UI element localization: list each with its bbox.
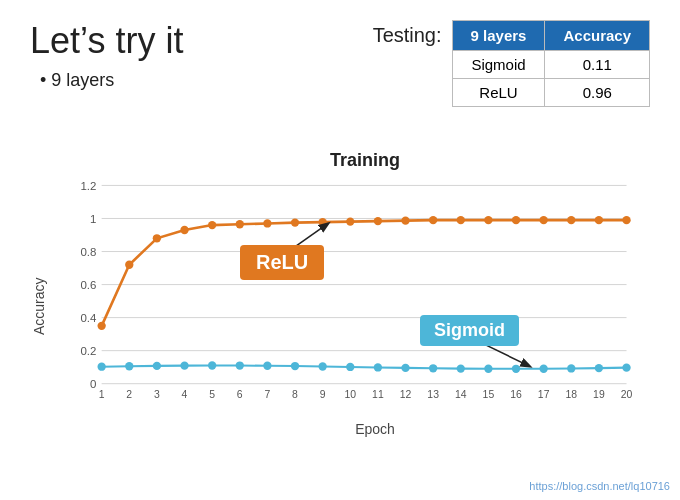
relu-annotation: ReLU: [240, 245, 324, 280]
svg-point-61: [291, 362, 299, 370]
svg-point-47: [457, 216, 465, 224]
svg-text:13: 13: [427, 389, 439, 400]
svg-point-45: [401, 216, 409, 224]
svg-point-63: [346, 363, 354, 371]
table-cell-name: Sigmoid: [452, 51, 545, 79]
svg-point-65: [401, 364, 409, 372]
svg-point-51: [567, 216, 575, 224]
svg-point-59: [236, 361, 244, 369]
svg-point-54: [97, 363, 105, 371]
testing-section: Testing: 9 layers Accuracy Sigmoid0.11Re…: [373, 20, 650, 107]
svg-text:12: 12: [400, 389, 412, 400]
svg-point-39: [236, 220, 244, 228]
svg-text:6: 6: [237, 389, 243, 400]
svg-text:1.2: 1.2: [80, 180, 96, 192]
svg-point-49: [512, 216, 520, 224]
svg-text:7: 7: [265, 389, 271, 400]
svg-text:3: 3: [154, 389, 160, 400]
svg-point-72: [595, 364, 603, 372]
svg-point-44: [374, 217, 382, 225]
svg-point-66: [429, 364, 437, 372]
chart-svg: 00.20.40.60.811.212345678910111213141516…: [50, 175, 650, 415]
svg-text:9: 9: [320, 389, 326, 400]
testing-label: Testing:: [373, 20, 442, 47]
svg-point-52: [595, 216, 603, 224]
svg-point-58: [208, 361, 216, 369]
svg-text:18: 18: [565, 389, 577, 400]
svg-point-34: [97, 322, 105, 330]
svg-point-68: [484, 365, 492, 373]
svg-point-53: [622, 216, 630, 224]
svg-text:1: 1: [99, 389, 105, 400]
svg-point-37: [180, 226, 188, 234]
svg-text:17: 17: [538, 389, 550, 400]
svg-text:8: 8: [292, 389, 298, 400]
table-cell-name: ReLU: [452, 79, 545, 107]
chart-svg-wrapper: 00.20.40.60.811.212345678910111213141516…: [50, 175, 650, 437]
svg-text:2: 2: [126, 389, 132, 400]
svg-text:1: 1: [90, 213, 96, 225]
svg-point-60: [263, 362, 271, 370]
svg-text:11: 11: [372, 389, 384, 400]
x-axis-label: Epoch: [100, 421, 650, 437]
table-header-accuracy: Accuracy: [545, 21, 650, 51]
watermark: https://blog.csdn.net/lq10716: [529, 480, 670, 492]
svg-point-38: [208, 221, 216, 229]
svg-point-43: [346, 217, 354, 225]
table-header-layers: 9 layers: [452, 21, 545, 51]
chart-area: Training Accuracy 00.20.40.60.811.212345…: [30, 150, 650, 450]
table-row: Sigmoid0.11: [452, 51, 649, 79]
accuracy-table: 9 layers Accuracy Sigmoid0.11ReLU0.96: [452, 20, 650, 107]
svg-point-69: [512, 365, 520, 373]
y-axis-label: Accuracy: [30, 175, 48, 437]
svg-point-41: [291, 218, 299, 226]
svg-point-56: [153, 362, 161, 370]
svg-text:14: 14: [455, 389, 467, 400]
svg-point-48: [484, 216, 492, 224]
svg-text:0.2: 0.2: [80, 345, 96, 357]
sigmoid-annotation: Sigmoid: [420, 315, 519, 346]
chart-title: Training: [80, 150, 650, 171]
svg-text:0.4: 0.4: [80, 312, 97, 324]
svg-point-36: [153, 234, 161, 242]
svg-point-71: [567, 364, 575, 372]
svg-text:0.8: 0.8: [80, 246, 96, 258]
svg-point-57: [180, 361, 188, 369]
svg-point-73: [622, 363, 630, 371]
table-cell-value: 0.96: [545, 79, 650, 107]
svg-text:4: 4: [182, 389, 188, 400]
svg-point-46: [429, 216, 437, 224]
svg-text:0: 0: [90, 378, 96, 390]
svg-text:5: 5: [209, 389, 215, 400]
svg-point-67: [457, 364, 465, 372]
svg-point-40: [263, 219, 271, 227]
svg-point-55: [125, 362, 133, 370]
chart-inner: Accuracy 00.20.40.60.811.212345678910111…: [30, 175, 650, 437]
svg-point-70: [539, 365, 547, 373]
svg-text:20: 20: [621, 389, 633, 400]
table-cell-value: 0.11: [545, 51, 650, 79]
svg-point-35: [125, 261, 133, 269]
table-row: ReLU0.96: [452, 79, 649, 107]
svg-text:19: 19: [593, 389, 605, 400]
svg-text:10: 10: [344, 389, 356, 400]
svg-point-50: [539, 216, 547, 224]
svg-text:16: 16: [510, 389, 522, 400]
svg-point-64: [374, 363, 382, 371]
svg-text:15: 15: [483, 389, 495, 400]
svg-text:0.6: 0.6: [80, 279, 96, 291]
svg-point-62: [318, 362, 326, 370]
